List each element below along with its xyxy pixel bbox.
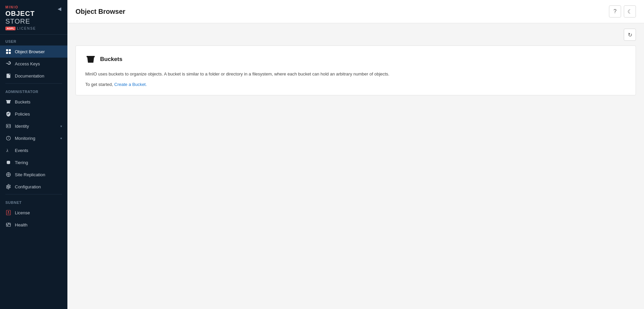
svg-point-18 [8, 211, 9, 213]
sidebar-item-label-site-replication: Site Replication [15, 172, 62, 177]
sidebar: MINIO OBJECT STORE AGPL LICENSE ◀ User [0, 0, 67, 309]
help-button[interactable]: ? [609, 5, 621, 18]
divider-user-admin [5, 83, 62, 84]
sidebar-item-health[interactable]: Health [0, 219, 67, 231]
logo-license: AGPL LICENSE [5, 27, 57, 30]
sidebar-item-site-replication[interactable]: Site Replication [0, 168, 67, 181]
sidebar-item-monitoring[interactable]: Monitoring ▾ [0, 132, 67, 144]
license-badge: AGPL [5, 27, 16, 30]
user-section-label: User [0, 35, 67, 45]
sidebar-item-label-documentation: Documentation [15, 73, 62, 79]
main-content: Object Browser ? ☾ ↻ Buckets MinIO uses … [67, 0, 644, 309]
buckets-card: Buckets MinIO uses buckets to organize o… [75, 45, 636, 95]
logo-area: MINIO OBJECT STORE AGPL LICENSE ◀ [0, 0, 67, 35]
sidebar-item-label-object-browser: Object Browser [15, 49, 62, 54]
sidebar-item-documentation[interactable]: Documentation [0, 70, 67, 82]
identity-chevron: ▾ [60, 124, 62, 128]
sidebar-item-buckets[interactable]: Buckets [0, 96, 67, 108]
buckets-description: MinIO uses buckets to organize objects. … [85, 71, 626, 78]
license-text: LICENSE [17, 27, 36, 30]
buckets-cta: To get started, Create a Bucket. [85, 82, 626, 87]
theme-toggle-button[interactable]: ☾ [624, 5, 636, 18]
monitoring-icon [5, 135, 11, 141]
sidebar-item-license[interactable]: License [0, 207, 67, 219]
svg-point-9 [7, 125, 8, 127]
sidebar-item-object-browser[interactable]: Object Browser [0, 45, 67, 58]
sidebar-item-policies[interactable]: Policies [0, 108, 67, 120]
sidebar-item-access-keys[interactable]: Access Keys [0, 58, 67, 70]
sidebar-item-tiering[interactable]: Tiering [0, 156, 67, 168]
sidebar-item-label-monitoring: Monitoring [15, 136, 57, 141]
sidebar-item-label-buckets: Buckets [15, 99, 62, 104]
subnet-section-label: Subnet [0, 196, 67, 207]
admin-section-label: Administrator [0, 85, 67, 96]
create-bucket-link[interactable]: Create a Bucket. [114, 82, 147, 87]
replication-icon [5, 172, 11, 178]
sidebar-item-label-tiering: Tiering [15, 160, 62, 165]
lambda-icon: λ [5, 147, 11, 153]
sidebar-item-label-license: License [15, 210, 62, 215]
sidebar-item-label-events: Events [15, 148, 62, 153]
svg-text:λ: λ [6, 148, 8, 153]
logo-main: OBJECT STORE [5, 10, 57, 25]
header-actions: ? ☾ [609, 5, 636, 18]
main-body: ↻ Buckets MinIO uses buckets to organize… [67, 23, 644, 309]
health-icon [5, 222, 11, 228]
buckets-card-header: Buckets [85, 54, 626, 65]
sidebar-item-label-access-keys: Access Keys [15, 61, 62, 66]
sidebar-item-label-policies: Policies [15, 112, 62, 117]
collapse-button[interactable]: ◀ [57, 5, 62, 12]
license-icon [5, 210, 11, 216]
logo-mini: MINIO [5, 5, 57, 9]
grid-icon [5, 49, 11, 55]
divider-admin-subnet [5, 194, 62, 194]
shield-icon [5, 111, 11, 117]
svg-rect-0 [6, 49, 8, 51]
refresh-button[interactable]: ↻ [624, 29, 636, 41]
sidebar-item-identity[interactable]: Identity ▾ [0, 120, 67, 132]
sidebar-item-label-health: Health [15, 222, 62, 227]
tiering-icon [5, 159, 11, 165]
key-icon [5, 61, 11, 67]
doc-icon [5, 73, 11, 79]
bucket-icon [85, 54, 96, 65]
svg-rect-2 [6, 52, 8, 54]
page-title: Object Browser [75, 8, 125, 16]
monitoring-chevron: ▾ [60, 136, 62, 140]
buckets-cta-prefix: To get started, [85, 82, 113, 87]
svg-rect-22 [87, 56, 95, 57]
sidebar-item-label-identity: Identity [15, 124, 57, 129]
sidebar-item-label-configuration: Configuration [15, 184, 62, 189]
main-header: Object Browser ? ☾ [67, 0, 644, 23]
config-icon [5, 184, 11, 190]
buckets-title: Buckets [100, 56, 122, 63]
svg-rect-3 [9, 52, 11, 54]
sidebar-item-configuration[interactable]: Configuration [0, 181, 67, 193]
bucket-nav-icon [5, 99, 11, 105]
sidebar-item-events[interactable]: λ Events [0, 144, 67, 156]
identity-icon [5, 123, 11, 129]
svg-rect-1 [9, 49, 11, 51]
